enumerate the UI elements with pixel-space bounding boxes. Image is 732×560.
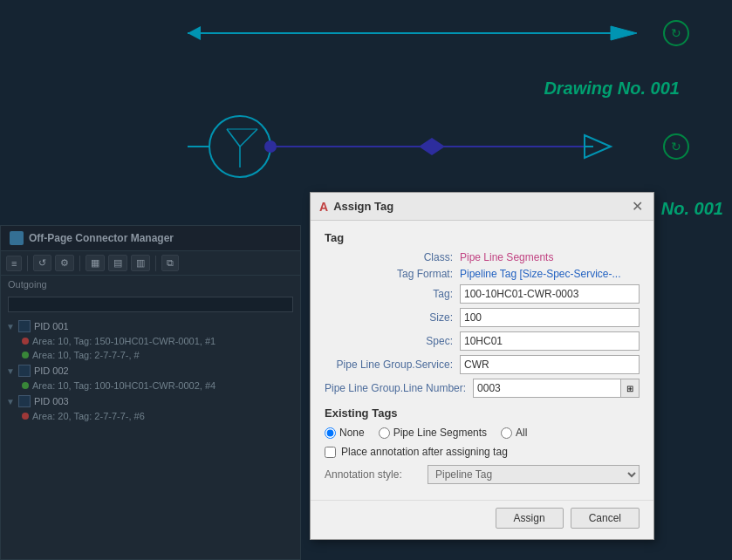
size-label: Size: xyxy=(325,311,460,324)
radio-pipe-line-segments-input[interactable] xyxy=(379,427,390,439)
annotation-style-select[interactable]: Pipeline Tag xyxy=(428,465,640,484)
tag-format-label: Tag Format: xyxy=(325,268,460,280)
tag-input-label: Tag: xyxy=(325,288,460,300)
tag-format-value: Pipeline Tag [Size-Spec-Service-... xyxy=(460,268,621,280)
checkbox-row: Place annotation after assigning tag xyxy=(325,446,640,458)
dialog-close-button[interactable]: ✕ xyxy=(630,198,645,215)
radio-none[interactable]: None xyxy=(325,427,365,439)
class-row: Class: Pipe Line Segments xyxy=(325,251,640,263)
radio-all[interactable]: All xyxy=(501,427,527,439)
spec-label: Spec: xyxy=(325,335,460,347)
radio-pipe-line-segments[interactable]: Pipe Line Segments xyxy=(379,427,487,439)
dialog-body: Tag Class: Pipe Line Segments Tag Format… xyxy=(311,221,653,500)
place-annotation-label: Place annotation after assigning tag xyxy=(341,446,508,458)
size-input[interactable] xyxy=(460,308,640,327)
dialog-footer: Assign Cancel xyxy=(311,500,653,539)
annotation-style-row: Annotation style: Pipeline Tag xyxy=(325,465,640,484)
tag-format-row: Tag Format: Pipeline Tag [Size-Spec-Serv… xyxy=(325,268,640,280)
line-number-browse-button[interactable]: ⊞ xyxy=(620,379,640,398)
spec-row: Spec: xyxy=(325,331,640,351)
radio-all-label: All xyxy=(516,427,527,439)
radio-none-input[interactable] xyxy=(325,427,336,439)
line-number-input-group: ⊞ xyxy=(473,379,640,398)
radio-none-label: None xyxy=(339,427,365,439)
existing-tags-section: Existing Tags None Pipe Line Segments Al… xyxy=(325,406,640,484)
service-row: Pipe Line Group.Service: xyxy=(325,355,640,374)
line-number-input[interactable] xyxy=(473,379,620,398)
annotation-style-label: Annotation style: xyxy=(325,468,421,481)
assign-tag-dialog: A Assign Tag ✕ Tag Class: Pipe Line Segm… xyxy=(310,192,654,540)
tag-section-title: Tag xyxy=(325,231,640,244)
tag-input[interactable] xyxy=(460,284,640,304)
cancel-button[interactable]: Cancel xyxy=(571,508,640,529)
radio-all-input[interactable] xyxy=(501,427,512,439)
line-number-row: Pipe Line Group.Line Number: ⊞ xyxy=(325,379,640,398)
place-annotation-checkbox[interactable] xyxy=(325,447,336,458)
dialog-title-text: Assign Tag xyxy=(333,200,393,213)
service-label: Pipe Line Group.Service: xyxy=(325,359,460,371)
existing-tags-title: Existing Tags xyxy=(325,406,640,420)
line-number-label: Pipe Line Group.Line Number: xyxy=(325,382,473,394)
assign-button[interactable]: Assign xyxy=(496,508,564,529)
dialog-title-left: A Assign Tag xyxy=(319,200,393,214)
spec-input[interactable] xyxy=(460,331,640,351)
service-input[interactable] xyxy=(460,355,640,374)
size-row: Size: xyxy=(325,308,640,327)
dialog-app-icon: A xyxy=(319,200,328,214)
radio-pipe-line-segments-label: Pipe Line Segments xyxy=(393,427,487,439)
class-value: Pipe Line Segments xyxy=(460,251,553,263)
radio-row: None Pipe Line Segments All xyxy=(325,427,640,439)
class-label: Class: xyxy=(325,251,460,263)
dialog-titlebar: A Assign Tag ✕ xyxy=(311,193,653,221)
tag-row: Tag: xyxy=(325,284,640,304)
